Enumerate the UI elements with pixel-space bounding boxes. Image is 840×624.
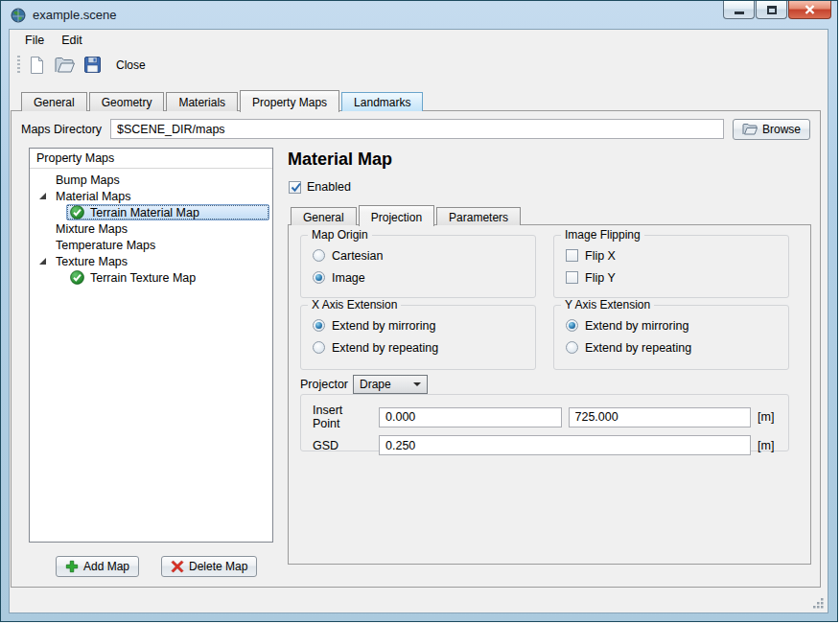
projector-fields-group: Insert Point [m] GSD [m] xyxy=(300,394,789,451)
browse-folder-icon xyxy=(742,123,758,135)
tab-geometry[interactable]: Geometry xyxy=(89,92,165,111)
enabled-label: Enabled xyxy=(307,180,351,194)
tree-item-label: Terrain Texture Map xyxy=(90,271,196,285)
maps-directory-input[interactable] xyxy=(110,119,724,139)
close-window-button[interactable] xyxy=(788,1,831,19)
app-icon xyxy=(11,8,26,23)
tree-item-label: Temperature Maps xyxy=(56,239,155,252)
insert-point-unit: [m] xyxy=(758,410,777,424)
maps-directory-row: Maps Directory Browse xyxy=(21,118,810,140)
tab-materials[interactable]: Materials xyxy=(166,92,238,111)
checkmark-icon xyxy=(290,181,302,194)
checkbox-row-flip-y: Flip Y xyxy=(566,266,788,289)
radio-row-y-repeating: Extend by repeating xyxy=(566,336,788,358)
tab-landmarks[interactable]: Landmarks xyxy=(341,92,423,111)
tree-item-bump-maps[interactable]: Bump Maps xyxy=(30,172,272,188)
tree-item-mixture-maps[interactable]: Mixture Maps xyxy=(30,220,272,237)
browse-button[interactable]: Browse xyxy=(733,119,810,140)
maps-directory-label: Maps Directory xyxy=(21,123,102,136)
projection-tab-content: Map Origin Cartesian Image Image Flippin… xyxy=(288,224,811,565)
cartesian-radio[interactable] xyxy=(313,249,325,262)
y-axis-extension-group: Y Axis Extension Extend by mirroring Ext… xyxy=(553,305,789,370)
y-repeating-radio[interactable] xyxy=(566,341,578,354)
close-scene-button[interactable]: Close xyxy=(107,55,154,76)
image-flipping-title: Image Flipping xyxy=(561,228,644,242)
projector-label: Projector xyxy=(300,378,348,391)
insert-point-y-input[interactable] xyxy=(569,407,752,428)
tab-property-maps[interactable]: Property Maps xyxy=(240,90,339,112)
tree-item-material-maps[interactable]: Material Maps xyxy=(30,188,272,204)
gsd-label: GSD xyxy=(313,439,372,452)
y-axis-extension-title: Y Axis Extension xyxy=(561,298,654,312)
flip-y-label: Flip Y xyxy=(585,271,616,285)
open-scene-button[interactable] xyxy=(52,53,78,77)
tree-item-label: Material Maps xyxy=(56,190,131,203)
enabled-row: Enabled xyxy=(289,180,351,194)
check-circle-green-icon xyxy=(70,270,84,285)
projector-dropdown[interactable]: Drape xyxy=(353,375,428,394)
flip-x-checkbox[interactable] xyxy=(566,249,578,262)
tree-item-terrain-material-map[interactable]: Terrain Material Map xyxy=(30,204,272,220)
flip-y-checkbox[interactable] xyxy=(566,271,578,284)
plus-icon xyxy=(65,560,79,573)
delete-map-button[interactable]: Delete Map xyxy=(161,556,257,577)
gsd-input[interactable] xyxy=(379,435,751,455)
detail-sub-tab-bar: General Projection Parameters xyxy=(291,204,523,225)
flip-x-label: Flip X xyxy=(585,249,616,263)
menu-edit[interactable]: Edit xyxy=(53,31,91,50)
add-map-label: Add Map xyxy=(83,560,129,573)
tree-list: Bump Maps Material Maps xyxy=(30,169,272,286)
x-mirroring-label: Extend by mirroring xyxy=(332,319,435,333)
maximize-button[interactable] xyxy=(756,1,787,19)
x-mirroring-radio[interactable] xyxy=(313,319,325,332)
resize-grip[interactable] xyxy=(812,597,825,610)
minimize-button[interactable] xyxy=(723,1,755,19)
image-radio[interactable] xyxy=(313,271,325,284)
browse-button-label: Browse xyxy=(762,123,801,136)
window-title: example.scene xyxy=(33,8,116,22)
y-mirroring-label: Extend by mirroring xyxy=(585,319,688,333)
image-flipping-group: Image Flipping Flip X Flip Y xyxy=(553,235,789,298)
tab-general[interactable]: General xyxy=(21,92,87,111)
minimize-icon xyxy=(735,12,744,14)
property-maps-tree: Property Maps Bump Maps Material Maps xyxy=(29,148,273,543)
add-map-button[interactable]: Add Map xyxy=(56,556,139,577)
new-scene-button[interactable] xyxy=(24,53,50,77)
tree-item-texture-maps[interactable]: Texture Maps xyxy=(30,253,272,269)
menu-bar: File Edit xyxy=(10,30,828,50)
detail-title: Material Map xyxy=(288,149,811,170)
radio-row-x-repeating: Extend by repeating xyxy=(313,336,535,358)
cartesian-label: Cartesian xyxy=(332,249,384,263)
client-area: File Edit xyxy=(9,29,828,613)
tree-item-terrain-texture-map[interactable]: Terrain Texture Map xyxy=(30,269,272,286)
map-origin-title: Map Origin xyxy=(308,228,372,242)
subtab-parameters[interactable]: Parameters xyxy=(436,207,521,225)
insert-point-row: Insert Point [m] xyxy=(313,404,777,430)
x-repeating-radio[interactable] xyxy=(313,341,325,354)
y-mirroring-radio[interactable] xyxy=(566,319,578,332)
menu-file[interactable]: File xyxy=(16,31,53,50)
gsd-unit: [m] xyxy=(758,439,777,452)
close-icon xyxy=(805,5,815,14)
checkbox-row-flip-x: Flip X xyxy=(566,244,788,266)
gsd-row: GSD [m] xyxy=(313,435,777,455)
projector-row: Projector Drape xyxy=(300,375,428,394)
save-icon xyxy=(83,56,102,74)
expander-expanded-icon[interactable] xyxy=(39,258,46,265)
new-document-icon xyxy=(29,56,45,75)
insert-point-x-input[interactable] xyxy=(379,407,562,428)
title-bar[interactable]: example.scene xyxy=(1,1,837,29)
save-scene-button[interactable] xyxy=(80,53,105,77)
material-map-detail: Material Map Enabled General Projection … xyxy=(288,149,811,565)
x-axis-extension-group: X Axis Extension Extend by mirroring Ext… xyxy=(300,305,536,370)
subtab-general[interactable]: General xyxy=(291,207,357,225)
enabled-checkbox[interactable] xyxy=(289,181,301,194)
property-maps-page: Maps Directory Browse Property Maps Bum xyxy=(11,110,821,588)
radio-row-cartesian: Cartesian xyxy=(313,244,535,266)
toolbar-drag-handle[interactable] xyxy=(17,56,20,75)
expander-expanded-icon[interactable] xyxy=(39,193,46,199)
radio-row-x-mirroring: Extend by mirroring xyxy=(313,314,535,336)
delete-x-icon xyxy=(171,560,184,573)
subtab-projection[interactable]: Projection xyxy=(359,205,434,226)
tree-item-temperature-maps[interactable]: Temperature Maps xyxy=(30,237,272,253)
